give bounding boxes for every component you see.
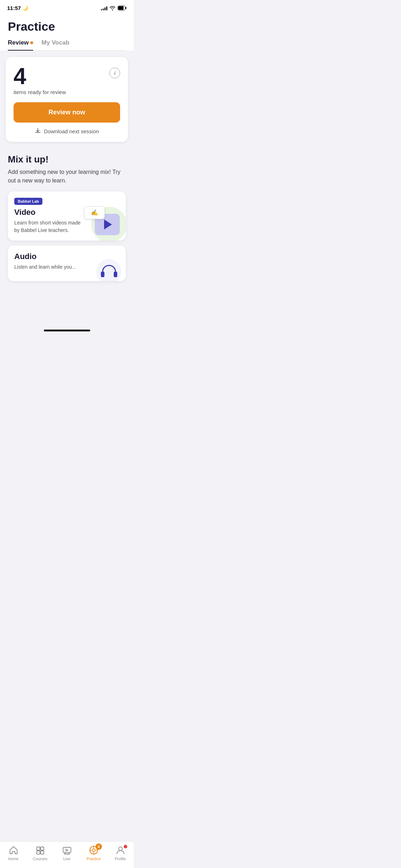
review-tab-dot — [30, 41, 33, 44]
download-icon — [35, 128, 41, 135]
review-count-label: items ready for review — [14, 89, 120, 95]
tabs-container: Review My Vocab — [8, 39, 126, 51]
battery-icon — [118, 6, 127, 10]
svg-rect-4 — [101, 272, 104, 277]
svg-rect-1 — [125, 7, 127, 9]
main-content-header: Practice Review My Vocab — [0, 14, 134, 51]
video-card-description: Learn from short videos made by Babbel L… — [14, 219, 86, 234]
video-feature-card[interactable]: Babbel Lab Video Learn from short videos… — [8, 191, 126, 241]
svg-rect-2 — [118, 6, 124, 10]
page-title: Practice — [8, 17, 126, 33]
wifi-icon — [109, 6, 115, 10]
signal-icon — [101, 6, 107, 10]
mix-section: Mix it up! Add something new to your lea… — [6, 152, 128, 292]
mix-subtitle: Add something new to your learning mix! … — [8, 168, 126, 185]
download-session-link[interactable]: Download next session — [14, 128, 120, 135]
home-indicator — [44, 330, 90, 331]
audio-card-description: Listen and learn while you... — [14, 263, 86, 271]
status-time: 11:57 🌙 — [7, 5, 28, 11]
moon-icon: 🌙 — [22, 5, 28, 11]
audio-illustration — [96, 258, 122, 281]
review-now-button[interactable]: Review now — [14, 102, 120, 123]
review-card: 4 i items ready for review Review now Do… — [6, 57, 128, 142]
scroll-area: 4 i items ready for review Review now Do… — [0, 51, 134, 327]
tab-my-vocab[interactable]: My Vocab — [42, 39, 70, 50]
svg-point-3 — [96, 259, 121, 281]
review-count-row: 4 i — [14, 65, 120, 88]
time-display: 11:57 — [7, 5, 21, 11]
status-bar: 11:57 🌙 — [0, 0, 134, 14]
audio-feature-card[interactable]: Audio Listen and learn while you... — [8, 246, 126, 281]
mix-title: Mix it up! — [8, 154, 126, 165]
babbel-lab-badge: Babbel Lab — [14, 198, 42, 205]
info-button[interactable]: i — [109, 68, 120, 78]
play-icon — [104, 219, 112, 229]
tab-review[interactable]: Review — [8, 39, 33, 51]
svg-rect-5 — [114, 272, 117, 277]
status-icons — [101, 6, 127, 10]
video-illustration: ✍ — [84, 205, 122, 237]
review-count: 4 — [14, 65, 26, 88]
chat-squiggle-icon: ✍ — [91, 209, 98, 216]
